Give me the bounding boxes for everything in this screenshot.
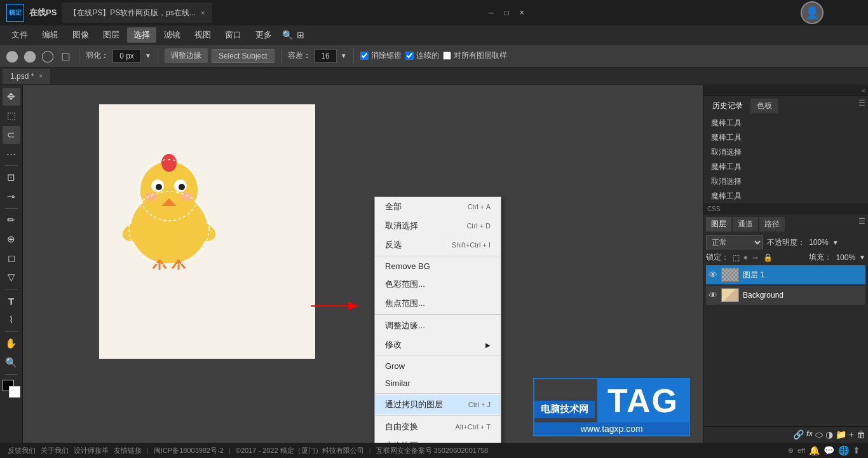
contiguous-checkbox[interactable] [405,52,414,60]
tab-paths[interactable]: 路径 [759,217,785,232]
link-icon[interactable]: 🔗 [793,429,804,440]
tool-option-2[interactable]: ⬤ [23,49,37,63]
ctx-refine-edge[interactable]: 调整边缘... [375,316,501,335]
ctx-grow[interactable]: Grow [375,357,501,375]
status-icon-1[interactable]: ⊕ [788,447,794,455]
history-item-6[interactable]: 魔棒工具 [706,189,865,204]
folder-icon[interactable]: 📁 [836,429,846,440]
lock-icon-3[interactable]: ↔ [752,253,759,262]
tool-brush[interactable]: ✏ [3,211,20,229]
history-item-2[interactable]: 魔棒工具 [706,130,865,145]
tolerance-arrow[interactable]: ▼ [341,52,347,59]
status-link-3[interactable]: 设计师接单 [74,446,109,455]
close-button[interactable]: × [517,8,527,18]
menu-more[interactable]: 更多 [249,27,278,43]
adjustment-icon[interactable]: ◑ [825,429,833,440]
user-avatar[interactable]: 👤 [801,1,824,24]
ctx-remove-bg[interactable]: Remove BG [375,258,501,275]
minimize-button[interactable]: ─ [486,8,496,18]
menu-image[interactable]: 图像 [66,27,95,43]
history-item-5[interactable]: 取消选择 [706,174,865,189]
anti-alias-checkbox[interactable] [360,52,369,60]
maximize-button[interactable]: □ [501,8,512,18]
status-icon-6[interactable]: ⬆ [853,445,860,455]
menu-view[interactable]: 视图 [188,27,217,43]
canvas-area[interactable]: 全部 Ctrl + A 取消选择 Ctrl + D 反选 Shift+Ctrl … [23,85,703,443]
tool-option-4[interactable]: ◻ [58,49,72,63]
layer-item-bg[interactable]: 👁 Background [706,286,865,305]
ctx-inverse[interactable]: 反选 Shift+Ctrl + I [375,235,501,254]
blend-mode-select[interactable]: 正常 [706,235,763,249]
doc-tab-1[interactable]: 1.psd * × [3,69,50,84]
tool-zoom[interactable]: 🔍 [3,354,20,371]
layer-eye-1[interactable]: 👁 [709,270,717,280]
tolerance-input[interactable] [315,49,337,63]
delete-icon[interactable]: 🗑 [857,429,865,440]
lock-icon-2[interactable]: ⌖ [743,253,748,262]
ctx-select-all[interactable]: 全部 Ctrl + A [375,197,501,216]
tool-pen[interactable]: ⌇ [3,311,20,329]
tool-lasso[interactable]: ⊂ [3,126,20,144]
history-item-3[interactable]: 取消选择 [706,145,865,160]
tool-eyedrop[interactable]: ⊸ [3,188,20,205]
tab-history[interactable]: 历史记录 [706,99,749,113]
all-layers-checkbox[interactable] [443,52,451,60]
tool-text[interactable]: T [3,292,20,310]
doc-tab-close[interactable]: × [39,73,43,80]
tool-option-1[interactable]: ⬤ [5,49,19,63]
ctx-modify[interactable]: 修改 ▶ [375,335,501,354]
feather-arrow[interactable]: ▼ [145,52,151,59]
tool-crop[interactable]: ⊡ [3,169,20,186]
layer-eye-bg[interactable]: 👁 [709,290,717,300]
ctx-focus-range[interactable]: 焦点范围... [375,294,501,313]
tab-close-icon[interactable]: × [201,9,205,17]
ctx-copy-layer[interactable]: 通过拷贝的图层 Ctrl + J [375,395,501,414]
lock-icon-4[interactable]: 🔒 [763,253,773,262]
tab-layers[interactable]: 图层 [706,217,731,232]
layers-options-icon[interactable]: ☰ [858,217,865,232]
ctx-similar[interactable]: Similar [375,375,501,392]
bg-color[interactable] [9,386,20,398]
status-link-1[interactable]: 反馈我们 [8,446,36,455]
tool-magic-wand[interactable]: ⋯ [3,145,20,163]
tool-paint[interactable]: ▽ [3,268,20,286]
status-icon-2[interactable]: eff [797,447,805,454]
status-icon-4[interactable]: 💬 [824,445,834,455]
status-link-4[interactable]: 友情链接 [114,446,142,455]
ctx-free-transform[interactable]: 自由变换 Alt+Ctrl + T [375,417,501,436]
menu-window[interactable]: 窗口 [219,27,248,43]
ctx-deselect[interactable]: 取消选择 Ctrl + D [375,216,501,235]
tab-channels[interactable]: 通道 [733,217,758,232]
menu-layer[interactable]: 图层 [97,27,126,43]
panel-collapse-icon[interactable]: « [862,87,865,94]
tool-select-rect[interactable]: ⬚ [3,107,20,125]
tool-eraser[interactable]: ◻ [3,249,20,267]
tool-stamp[interactable]: ⊕ [3,230,20,248]
mask-icon[interactable]: ⬭ [815,429,823,440]
status-link-2[interactable]: 关于我们 [41,446,69,455]
color-boxes[interactable] [3,380,20,398]
tab-document[interactable]: 【在线PS】PS软件网页版，ps在线... × [62,3,212,23]
fill-arrow[interactable]: ▼ [859,254,865,261]
menu-select[interactable]: 选择 [127,27,156,43]
tab-swatches[interactable]: 色板 [750,99,778,113]
fx-icon[interactable]: fx [806,429,813,440]
lock-icon-1[interactable]: ⬚ [733,253,740,262]
tool-move[interactable]: ✥ [3,88,20,106]
adjust-edge-button[interactable]: 调整边缘 [165,48,208,63]
new-layer-icon[interactable]: + [849,429,854,440]
history-item-4[interactable]: 魔棒工具 [706,160,865,174]
menu-filter[interactable]: 滤镜 [158,27,187,43]
status-icon-5[interactable]: 🌐 [838,445,849,455]
search-icon[interactable]: 🔍 [282,30,293,40]
expand-icon[interactable]: ⊞ [297,30,304,40]
status-icon-3[interactable]: 🔔 [809,445,820,455]
feather-input[interactable] [112,49,141,63]
layer-item-1[interactable]: 👁 图层 1 [706,265,865,284]
ctx-color-range[interactable]: 色彩范围... [375,275,501,294]
tool-hand[interactable]: ✋ [3,335,20,352]
history-item-1[interactable]: 魔棒工具 [706,116,865,130]
tool-option-3[interactable]: ◯ [41,49,55,63]
menu-edit[interactable]: 编辑 [36,27,65,43]
opacity-arrow[interactable]: ▼ [832,239,839,246]
